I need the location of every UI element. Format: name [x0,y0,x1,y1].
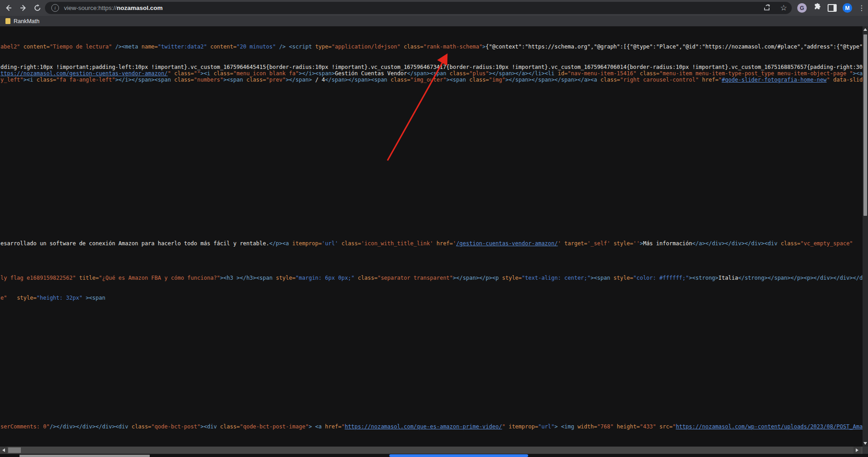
code-token: class= [174,77,194,83]
side-panel-button[interactable] [828,4,837,13]
address-bar[interactable]: i view-source:https://nozamasol.com ☆ [45,2,792,14]
code-token: itemprop= [292,240,322,247]
code-token [83,295,86,301]
scroll-down-icon [863,442,867,445]
extension-g-icon[interactable]: G [797,3,807,13]
share-button[interactable] [763,4,772,13]
code-token: class= [600,77,620,83]
url-text: view-source:https://nozamasol.com [64,5,163,11]
extensions-button[interactable] [813,4,822,13]
back-button[interactable] [2,1,15,14]
code-token: class= [358,275,378,281]
code-token: style= [276,275,295,281]
forward-arrow-icon [20,4,27,12]
code-token: style= [17,295,36,301]
code-token: ><div [201,423,220,430]
code-token: class= [246,77,266,83]
code-token: /></div></div></div><div [49,423,132,430]
code-token: "768" [597,423,613,430]
code-token: "right carousel-control" [620,77,699,83]
code-token: "433" [640,423,656,430]
code-token: {"@context":"https://schema.org","@graph… [485,44,863,50]
code-token: style= [613,275,633,281]
code-token: "twitter:data2" [158,44,207,50]
scroll-right-button[interactable] [853,447,861,454]
code-token: width= [578,423,597,430]
code-token: href= [436,240,453,247]
forward-button[interactable] [17,1,29,14]
code-token: "text-align: center;" [522,275,591,281]
bookmark-favicon-icon [5,18,10,24]
code-token: "rank-math-schema" [423,44,482,50]
profile-avatar[interactable]: M [843,3,852,13]
browser-toolbar: i view-source:https://nozamasol.com ☆ G … [0,0,868,16]
code-token: title= [79,275,98,281]
code-token [400,44,403,50]
reload-button[interactable] [31,1,44,14]
code-token [433,240,436,247]
code-token: "" [194,70,200,77]
vertical-scrollbar[interactable] [863,26,868,447]
scroll-up-button[interactable] [863,26,868,33]
code-link[interactable]: https://nozamasol.com/que-es-amazon-prim… [345,423,502,430]
bookmark-rankmath[interactable]: RankMath [5,18,39,24]
code-token: Gestión Cuentas Vendor [335,70,407,77]
menu-kebab-icon[interactable]: ⋮ [858,5,865,12]
code-token: "menu_icon blank fa" [233,70,299,77]
horizontal-scrollbar[interactable] [0,447,868,454]
code-token: "application/ld+json" [332,44,401,50]
code-token: </p><a [269,240,292,247]
code-token: class= [404,44,423,50]
code-token: / 4 [312,77,325,83]
code-token: "20 minutos" [236,44,276,50]
code-token: "Tiempo de lectura" [49,44,112,50]
code-link[interactable]: /gestion-cuentas-vendor-amazon/ [456,240,558,247]
code-token: > <img [554,423,578,430]
code-line: ly flag e1689159822562" title="¿Qué es A… [0,275,863,281]
code-token: class= [36,77,56,83]
side-panel-icon [828,4,837,12]
code-token: "img" [489,77,505,83]
page-info-icon[interactable]: i [51,4,59,12]
vertical-scroll-thumb[interactable] [863,34,867,216]
code-token: "color: #ffffff;" [633,275,689,281]
code-token: ></span> [286,77,312,83]
code-link[interactable]: https://nozamasol.com/wp-content/uploads… [676,423,863,430]
code-token: class= [220,423,240,430]
taskbar-sliver-blue [389,454,528,457]
code-token: y_left" [0,77,24,83]
bookmarks-bar: RankMath [0,16,868,26]
code-token: "plus" [469,70,489,77]
code-token: ' [558,240,561,247]
code-token [7,295,17,301]
code-token: class= [640,70,659,77]
code-token [354,275,358,281]
code-token: " [341,423,344,430]
code-token [505,423,509,430]
code-token: class= [469,77,489,83]
code-link[interactable]: ttps://nozamasol.com/gestion-cuentas-ven… [0,70,167,77]
code-token: "prev" [266,77,285,83]
code-link[interactable]: #qode-slider-fotografia-home-new [722,77,827,83]
code-token: 'icon_with_title_link' [361,240,433,247]
code-token: style= [502,275,521,281]
code-token: "¿Qué es Amazon FBA y cómo funciona?" [99,275,220,281]
code-token: target= [564,240,588,247]
code-token: </strong></span></p><p></div></div></div [738,275,863,281]
scroll-left-button[interactable] [0,447,7,454]
reload-icon [34,4,41,12]
code-line: e" style="height: 32px" ><span [0,295,105,301]
code-token: " [167,70,174,77]
code-token: "url" [538,423,554,430]
code-token: ly flag e1689159822562" [0,275,76,281]
bookmark-star-button[interactable]: ☆ [779,4,788,13]
scrollbar-corner [863,447,868,454]
code-token: class= [781,240,800,247]
code-token: " [502,423,505,430]
code-token: class= [341,240,361,247]
star-icon: ☆ [780,3,787,13]
code-token: href= [702,77,718,83]
horizontal-scroll-thumb[interactable] [8,447,21,453]
scroll-down-button[interactable] [863,440,868,447]
code-token: src= [659,423,672,430]
